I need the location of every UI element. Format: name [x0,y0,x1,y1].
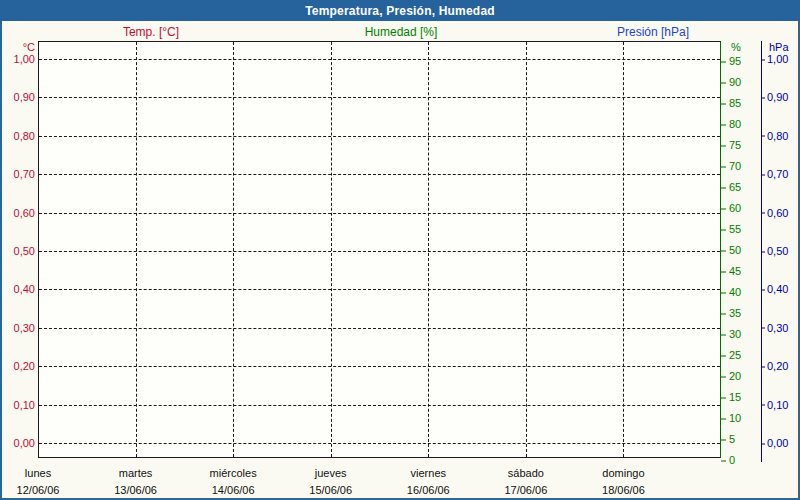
horizontal-gridline [39,174,720,175]
day-date: 17/06/06 [504,484,547,497]
day-date: 13/06/06 [114,484,157,497]
legend-pressure: Presión [hPa] [617,26,689,38]
chart-window: Temperatura, Presión, Humedad Temp. [°C]… [0,0,800,500]
pressure-axis-unit: hPa [763,42,789,53]
vertical-gridline [428,42,429,457]
temperature-axis-tick-label: 0,80 [0,130,35,141]
day-name: sábado [504,466,547,480]
horizontal-gridline [39,443,720,444]
day-name: lunes [17,466,60,480]
x-axis-day-label: jueves 15/06/06 [309,466,352,497]
humidity-axis-tick-label: 50 [721,245,741,256]
x-axis-day-label: miércoles 14/06/06 [210,466,257,497]
horizontal-gridline [39,59,720,60]
temperature-axis-tick-label: 0,00 [0,438,35,449]
horizontal-gridline [39,213,720,214]
pressure-axis-tick-label: 0,10 [761,399,788,410]
vertical-gridline [526,42,527,457]
humidity-axis-tick-label: 25 [721,350,741,361]
horizontal-gridline [39,289,720,290]
humidity-axis-tick-label: 70 [721,161,741,172]
pressure-axis-tick-label: 0,20 [761,361,788,372]
x-axis-day-label: domingo 18/06/06 [602,466,645,497]
humidity-axis-tick-label: 60 [721,203,741,214]
horizontal-gridline [39,405,720,406]
legend-humidity: Humedad [%] [365,26,438,38]
pressure-axis-tick-label: 0,70 [761,169,788,180]
day-date: 18/06/06 [602,484,645,497]
pressure-axis-tick-label: 0,30 [761,322,788,333]
window-title: Temperatura, Presión, Humedad [305,4,495,18]
temperature-axis-tick-label: 0,50 [0,246,35,257]
horizontal-gridline [39,328,720,329]
temperature-axis-tick-label: 0,60 [0,207,35,218]
x-axis-day-label: lunes 12/06/06 [17,466,60,497]
humidity-axis-tick-label: 10 [721,413,741,424]
humidity-axis-tick-label: 35 [721,308,741,319]
day-date: 12/06/06 [17,484,60,497]
humidity-axis-tick-label: 5 [721,434,735,445]
humidity-axis-tick-label: 65 [721,182,741,193]
temperature-axis-tick-label: 0,30 [0,322,35,333]
day-date: 14/06/06 [210,484,257,497]
temperature-axis-tick-label: 0,40 [0,284,35,295]
day-date: 16/06/06 [407,484,450,497]
day-name: jueves [309,466,352,480]
temperature-axis-tick-label: 0,70 [0,169,35,180]
humidity-axis-tick-label: 80 [721,119,741,130]
humidity-axis-tick-label: 30 [721,329,741,340]
x-axis-day-label: martes 13/06/06 [114,466,157,497]
pressure-axis-tick-label: 0,50 [761,246,788,257]
vertical-gridline [623,42,624,457]
humidity-axis-tick-label: 0 [721,455,735,466]
humidity-axis-tick-label: 20 [721,371,741,382]
humidity-axis-tick-label: 95 [721,56,741,67]
day-name: domingo [602,466,645,480]
pressure-axis-tick-label: 0,90 [761,92,788,103]
humidity-axis-tick-label: 15 [721,392,741,403]
pressure-axis-tick-label: 1,00 [761,54,788,65]
temperature-axis-tick-label: 0,90 [0,92,35,103]
pressure-axis-tick-label: 0,60 [761,207,788,218]
humidity-axis-tick-label: 40 [721,287,741,298]
vertical-gridline [331,42,332,457]
humidity-axis-tick-label: 90 [721,77,741,88]
temperature-axis-tick-label: 0,10 [0,399,35,410]
day-name: viernes [407,466,450,480]
title-bar: Temperatura, Presión, Humedad [0,0,800,21]
vertical-gridline [136,42,137,457]
pressure-axis-tick-label: 0,00 [761,438,788,449]
horizontal-gridline [39,97,720,98]
legend-temperature: Temp. [°C] [123,26,179,38]
x-axis-day-label: viernes 16/06/06 [407,466,450,497]
humidity-axis-tick-label: 85 [721,98,741,109]
humidity-axis-unit: % [723,42,741,53]
humidity-axis-tick-label: 45 [721,266,741,277]
humidity-axis-tick-label: 55 [721,224,741,235]
x-axis-day-label: sábado 17/06/06 [504,466,547,497]
horizontal-gridline [39,251,720,252]
humidity-axis-tick-label: 75 [721,140,741,151]
pressure-axis-tick-label: 0,80 [761,130,788,141]
horizontal-gridline [39,136,720,137]
day-name: martes [114,466,157,480]
horizontal-gridline [39,366,720,367]
temperature-axis-tick-label: 0,20 [0,361,35,372]
temperature-axis-tick-label: 1,00 [0,54,35,65]
vertical-gridline [233,42,234,457]
temperature-axis-unit: °C [0,42,35,53]
pressure-axis-tick-label: 0,40 [761,284,788,295]
day-name: miércoles [210,466,257,480]
day-date: 15/06/06 [309,484,352,497]
plot-area [38,41,721,458]
